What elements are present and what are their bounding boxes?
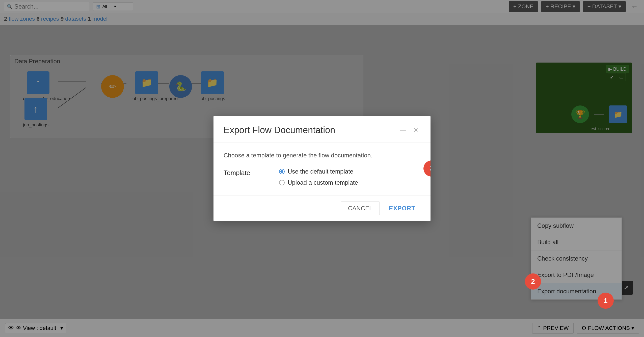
modal-body: Choose a template to generate the flow d… <box>213 143 431 195</box>
modal-minimize-button[interactable]: — <box>398 126 408 134</box>
cancel-button[interactable]: CANCEL <box>341 202 380 215</box>
template-row: Template Use the default template Upload… <box>224 168 420 186</box>
modal-controls: — ✕ <box>398 126 420 134</box>
modal-description: Choose a template to generate the flow d… <box>224 152 420 159</box>
radio-default-btn[interactable] <box>279 169 285 174</box>
step-badge-1: 1 <box>598 293 614 309</box>
radio-custom-btn[interactable] <box>279 180 285 185</box>
template-label: Template <box>224 168 264 177</box>
radio-group: Use the default template Upload a custom… <box>279 168 358 186</box>
export-button[interactable]: EXPORT <box>384 202 420 215</box>
export-modal: 3 Export Flow Documentation — ✕ Choose a… <box>213 116 431 221</box>
modal-overlay[interactable]: 3 Export Flow Documentation — ✕ Choose a… <box>0 0 644 337</box>
modal-title: Export Flow Documentation <box>224 125 335 135</box>
modal-header: Export Flow Documentation — ✕ <box>213 116 431 143</box>
step-badge-2: 2 <box>525 273 541 290</box>
radio-custom-label: Upload a custom template <box>288 179 358 186</box>
modal-close-button[interactable]: ✕ <box>411 126 420 134</box>
modal-footer: CANCEL EXPORT <box>213 195 431 221</box>
radio-default-label: Use the default template <box>288 168 353 175</box>
radio-custom[interactable]: Upload a custom template <box>279 179 358 186</box>
radio-default[interactable]: Use the default template <box>279 168 358 175</box>
